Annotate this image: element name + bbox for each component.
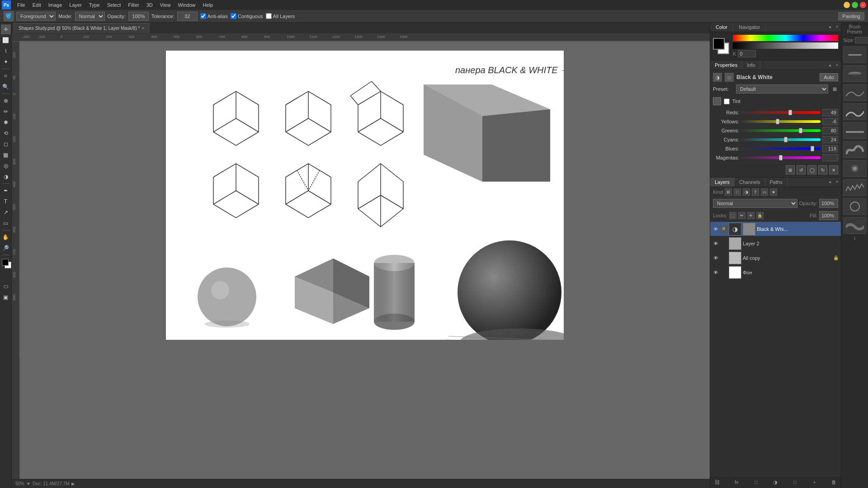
hand-tool[interactable]: ✋ [1, 232, 11, 242]
layer-new-btn[interactable]: + [811, 478, 819, 486]
panel-action-visibility[interactable]: ◯ [807, 165, 816, 174]
tint-checkbox[interactable] [724, 99, 730, 104]
properties-collapse[interactable]: ▲ [827, 62, 833, 68]
brush-preset-10[interactable] [843, 217, 867, 234]
panel-action-clip[interactable]: ⊞ [786, 165, 795, 174]
menu-type[interactable]: Type [85, 1, 104, 9]
blues-slider-thumb[interactable] [811, 146, 814, 151]
reds-slider-thumb[interactable] [788, 110, 792, 115]
eyedropper-tool[interactable]: 🔍 [1, 82, 11, 92]
brush-preset-1[interactable] [843, 46, 867, 63]
layer-delete-btn[interactable]: 🗑 [830, 478, 838, 486]
zoom-tool[interactable]: 🔎 [1, 243, 11, 253]
rect-select-tool[interactable]: ⬜ [1, 35, 11, 45]
paths-tab[interactable]: Paths [765, 178, 788, 187]
layer-adj-btn[interactable]: ◑ [771, 478, 779, 486]
layer-2[interactable]: 👁 Layer 2 [710, 236, 841, 251]
reds-slider-track[interactable] [741, 111, 821, 114]
quick-mask-tool[interactable]: ⬭ [1, 282, 11, 291]
layer-bg-visibility[interactable]: 👁 [712, 269, 719, 276]
cyans-slider-track[interactable] [741, 138, 821, 141]
fg-color-swatch[interactable] [713, 38, 725, 50]
lock-image[interactable]: ✏ [738, 212, 745, 219]
yellows-slider-track[interactable] [741, 120, 821, 123]
tint-color-box[interactable] [713, 97, 721, 105]
blues-slider-track[interactable] [741, 147, 821, 150]
reds-value[interactable] [822, 109, 838, 116]
brush-preset-8[interactable] [843, 179, 867, 196]
all-layers-checkbox[interactable] [266, 13, 272, 19]
layer-fx-btn[interactable]: fx [732, 478, 741, 486]
color-spectrum[interactable] [733, 35, 838, 41]
brush-preset-3[interactable] [843, 84, 867, 101]
cyans-slider-thumb[interactable] [784, 137, 788, 142]
magentas-slider-thumb[interactable] [779, 155, 783, 160]
color-panel-collapse[interactable]: ▲ [827, 23, 833, 31]
properties-tab[interactable]: Properties [710, 61, 742, 70]
layers-collapse[interactable]: ▲ [827, 178, 833, 186]
kind-filter-adjustment[interactable]: ◑ [743, 188, 750, 196]
blues-value[interactable] [822, 145, 838, 152]
greens-slider-thumb[interactable] [799, 128, 802, 133]
layers-menu[interactable]: ≡ [835, 178, 839, 186]
k-input[interactable] [738, 50, 756, 57]
channels-tab[interactable]: Channels [735, 178, 765, 187]
menu-edit[interactable]: Edit [29, 1, 45, 9]
move-tool[interactable]: ✛ [1, 24, 11, 34]
blend-mode-dropdown[interactable]: Normal [713, 199, 797, 208]
tolerance-input[interactable] [177, 12, 198, 21]
menu-window[interactable]: Window [174, 1, 199, 9]
canvas-tab[interactable]: Shapes Study.psd @ 50% (Black & White 1,… [14, 23, 149, 33]
opacity-input[interactable] [819, 199, 838, 208]
mode-dropdown[interactable]: Normal [75, 12, 105, 21]
menu-layer[interactable]: Layer [66, 1, 85, 9]
yellows-slider-thumb[interactable] [776, 119, 779, 124]
text-tool[interactable]: T [1, 197, 11, 206]
contiguous-checkbox[interactable] [231, 13, 236, 19]
color-panel-menu[interactable]: ≡ [835, 23, 839, 31]
magentas-value[interactable] [822, 154, 838, 161]
greens-slider-track[interactable] [741, 129, 821, 132]
close-tab-icon[interactable]: × [142, 26, 144, 31]
brush-preset-9[interactable] [843, 198, 867, 215]
layers-tab[interactable]: Layers [710, 178, 735, 187]
brush-tool[interactable]: ✏ [1, 107, 11, 117]
minimize-button[interactable]: — [844, 2, 850, 8]
kind-filter-smart[interactable]: ★ [770, 188, 777, 196]
kind-filter-shape[interactable]: ▭ [761, 188, 768, 196]
layer-bw-visibility[interactable]: 👁 [712, 226, 719, 232]
clone-stamp-tool[interactable]: ✱ [1, 117, 11, 127]
panel-action-prev[interactable]: ↺ [797, 165, 806, 174]
cyans-value[interactable] [822, 136, 838, 143]
layer-mask-btn[interactable]: □ [752, 478, 760, 486]
magentas-slider-track[interactable] [741, 156, 821, 159]
path-select-tool[interactable]: ↗ [1, 207, 11, 217]
layer-all-copy-visibility[interactable]: 👁 [712, 255, 719, 261]
foreground-swatch[interactable] [2, 259, 9, 266]
color-grayscale[interactable] [733, 42, 838, 49]
menu-filter[interactable]: Filter [124, 1, 142, 9]
fill-input[interactable] [819, 211, 838, 220]
magic-wand-tool[interactable]: ✦ [1, 57, 11, 67]
preset-options[interactable]: ⊞ [831, 85, 838, 93]
lasso-tool[interactable]: ⌇ [1, 46, 11, 56]
panel-action-reset[interactable]: ↻ [818, 165, 827, 174]
kind-filter-pixel[interactable]: □ [734, 188, 741, 196]
yellows-value[interactable] [822, 118, 838, 125]
properties-menu[interactable]: ≡ [835, 62, 839, 68]
lock-transparent[interactable]: ⬚ [729, 212, 736, 219]
lock-position[interactable]: ✛ [747, 212, 755, 219]
size-input[interactable] [855, 37, 868, 43]
screen-mode-tool[interactable]: ▣ [1, 292, 11, 302]
layer-link-btn[interactable]: ⛓ [713, 478, 721, 486]
maximize-button[interactable]: □ [852, 2, 858, 8]
eraser-tool[interactable]: ◻ [1, 139, 11, 149]
panel-action-delete[interactable]: ✕ [829, 165, 838, 174]
brush-preset-6[interactable] [843, 141, 867, 158]
gradient-tool[interactable]: ▦ [1, 150, 11, 160]
navigator-tab[interactable]: Navigator [733, 23, 766, 32]
anti-alias-checkbox[interactable] [200, 13, 206, 19]
layer-group-btn[interactable]: □ [791, 478, 799, 486]
opacity-input[interactable] [128, 12, 149, 21]
foreground-dropdown[interactable]: Foreground [16, 12, 56, 21]
